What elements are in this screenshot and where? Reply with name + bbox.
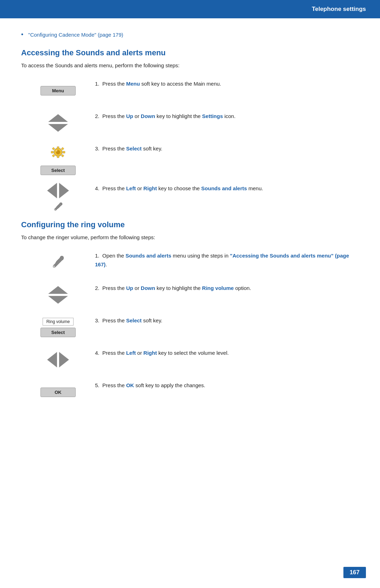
arrow-left-icon <box>47 183 57 198</box>
s2-step-1: 1. Open the Sounds and alerts menu using… <box>21 250 359 275</box>
s2-step-2-num: 2. <box>95 285 102 291</box>
s2-step-1-icon <box>21 250 95 275</box>
step-4: 4. Press the Left or Right key to choose… <box>21 183 359 212</box>
s2-step-1-num: 1. <box>95 253 102 259</box>
s2-step-4-text: 4. Press the Left or Right key to select… <box>95 347 359 358</box>
step-4-text: 4. Press the Left or Right key to choose… <box>95 183 359 193</box>
arrow-down-icon <box>48 124 68 132</box>
s2-step-5-text: 5. Press the OK soft key to apply the ch… <box>95 380 359 390</box>
page-content: • "Configuring Cadence Mode" (page 179) … <box>0 18 380 433</box>
lr-arrows-icon <box>47 183 69 198</box>
s2-arrow-right-icon <box>59 352 69 367</box>
step-2-text: 2. Press the Up or Down key to highlight… <box>95 111 359 121</box>
select-link[interactable]: Select <box>126 146 141 151</box>
arrow-up-icon <box>48 114 68 122</box>
section2-heading: Configuring the ring volume <box>21 220 359 229</box>
s2-step-4-icon <box>21 347 95 372</box>
nav-arrows-icon <box>48 114 68 132</box>
step-1-icon: Menu <box>21 78 95 103</box>
step-3-icon: Select <box>21 143 95 175</box>
step-3: Select 3. Press the Select soft key. <box>21 143 359 175</box>
ok-link[interactable]: OK <box>126 382 134 388</box>
step-3-text: 3. Press the Select soft key. <box>95 143 359 153</box>
select-group: Select <box>40 143 76 175</box>
svg-point-10 <box>56 150 57 151</box>
s2-step-3-text: 3. Press the Select soft key. <box>95 315 359 325</box>
ring-volume-link[interactable]: Ring volume <box>202 285 234 291</box>
s2-left-link[interactable]: Left <box>126 350 136 356</box>
right-link[interactable]: Right <box>144 185 157 191</box>
up-link[interactable]: Up <box>126 113 133 119</box>
down-link[interactable]: Down <box>141 113 155 119</box>
step-1: Menu 1. Press the Menu soft key to acces… <box>21 78 359 103</box>
ring-volume-label: Ring volume <box>43 318 74 326</box>
svg-point-12 <box>53 266 55 268</box>
step-4-icon <box>21 183 95 212</box>
section1-intro: To access the Sounds and alerts menu, pe… <box>21 62 359 68</box>
menu-link[interactable]: Menu <box>126 81 140 87</box>
menu-soft-key: Menu <box>40 86 76 95</box>
s2-step-2-icon <box>21 283 95 307</box>
step-4-num: 4. <box>95 185 102 191</box>
svg-rect-4 <box>51 151 53 153</box>
step-2-icon <box>21 111 95 135</box>
s2-step-4-num: 4. <box>95 350 102 356</box>
s2-step-5: OK 5. Press the OK soft key to apply the… <box>21 380 359 404</box>
s2-right-link[interactable]: Right <box>144 350 157 356</box>
step-2-num: 2. <box>95 113 102 119</box>
ok-soft-key: OK <box>40 388 76 397</box>
page-number: 167 <box>343 567 366 578</box>
step-2: 2. Press the Up or Down key to highlight… <box>21 111 359 135</box>
s2-step-5-icon: OK <box>21 380 95 404</box>
s2-select-link[interactable]: Select <box>126 317 141 323</box>
s2-step-3: Ring volume Select 3. Press the Select s… <box>21 315 359 340</box>
svg-rect-5 <box>63 151 65 153</box>
s2-arrow-down-icon <box>48 296 68 304</box>
bullet-link: • "Configuring Cadence Mode" (page 179) <box>21 31 359 38</box>
s2-nav-arrows-icon <box>48 286 68 304</box>
s2-sounds-alerts-link[interactable]: Sounds and alerts <box>126 253 171 259</box>
settings-link[interactable]: Settings <box>202 113 223 119</box>
bullet-dot: • <box>21 31 23 38</box>
s2-arrow-left-icon <box>47 352 57 367</box>
header-bar: Telephone settings <box>0 0 380 18</box>
section1-heading: Accessing the Sounds and alerts menu <box>21 48 359 57</box>
step-1-num: 1. <box>95 81 102 87</box>
step-3-num: 3. <box>95 146 102 151</box>
arrow-right-icon <box>59 183 69 198</box>
s2-arrow-up-icon <box>48 286 68 294</box>
s2-down-link[interactable]: Down <box>141 285 155 291</box>
svg-point-11 <box>54 209 56 211</box>
svg-rect-2 <box>57 147 59 149</box>
s2-step-1-text: 1. Open the Sounds and alerts menu using… <box>95 250 359 269</box>
s2-step-2-text: 2. Press the Up or Down key to highlight… <box>95 283 359 293</box>
step-1-text: 1. Press the Menu soft key to access the… <box>95 78 359 88</box>
gear-icon <box>48 143 69 163</box>
wrench-icon <box>51 255 65 270</box>
s2-select-group: Ring volume Select <box>40 318 76 337</box>
s2-step-3-num: 3. <box>95 317 102 323</box>
section2-intro: To change the ringer volume, perform the… <box>21 234 359 240</box>
s2-select-soft-key: Select <box>40 328 76 337</box>
s2-step-4: 4. Press the Left or Right key to select… <box>21 347 359 372</box>
s2-lr-arrows-icon <box>47 352 69 367</box>
s2-up-link[interactable]: Up <box>126 285 133 291</box>
left-link[interactable]: Left <box>126 185 136 191</box>
cadence-mode-link[interactable]: "Configuring Cadence Mode" (page 179) <box>28 32 123 38</box>
sounds-alerts-link[interactable]: Sounds and alerts <box>201 185 247 191</box>
wrench-small-icon <box>52 201 64 212</box>
svg-rect-3 <box>57 155 59 158</box>
header-title: Telephone settings <box>312 6 366 13</box>
s2-step-5-num: 5. <box>95 382 102 388</box>
select-soft-key: Select <box>40 166 76 175</box>
s2-step-3-icon: Ring volume Select <box>21 315 95 340</box>
s2-step-2: 2. Press the Up or Down key to highlight… <box>21 283 359 307</box>
